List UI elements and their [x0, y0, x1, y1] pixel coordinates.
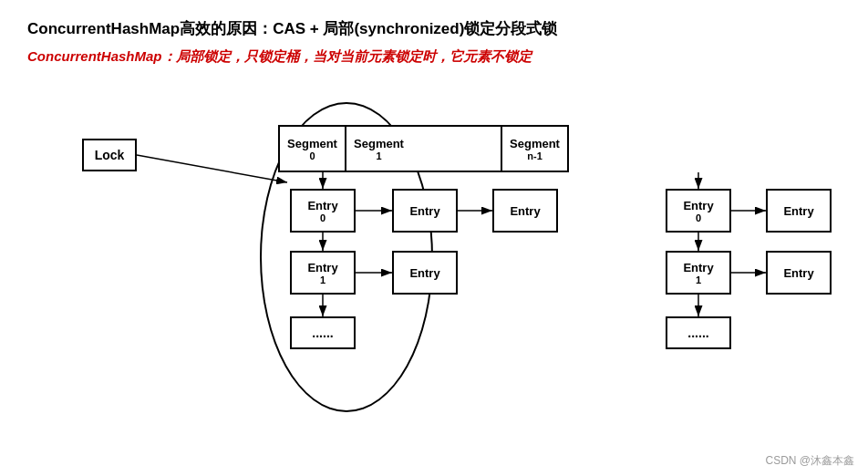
entry-col2-row1: Entry — [392, 189, 458, 233]
entry-col3-row1: Entry — [492, 189, 558, 233]
entry-col5-row1-label: Entry — [783, 204, 813, 218]
main-container: ConcurrentHashMap高效的原因：CAS + 局部(synchron… — [0, 0, 868, 476]
entry-col3-row1-label: Entry — [510, 204, 540, 218]
segment-0-sub: 0 — [309, 150, 315, 161]
dots-col1: ...... — [290, 316, 356, 349]
segment-0-label: Segment — [287, 137, 337, 150]
segment-n1-label: Segment — [510, 137, 560, 150]
entry-col5-row2-label: Entry — [783, 266, 813, 280]
entry-col1-row1-label: Entry — [307, 199, 337, 212]
entry-col4-row2-sub: 1 — [696, 274, 701, 285]
subtitle: ConcurrentHashMap：局部锁定，只锁定桶，当对当前元素锁定时，它元… — [27, 48, 841, 66]
page-title: ConcurrentHashMap高效的原因：CAS + 局部(synchron… — [27, 18, 841, 39]
entry-col4-row2-label: Entry — [683, 261, 713, 274]
svg-line-1 — [137, 155, 287, 182]
segment-0: Segment 0 — [278, 125, 346, 172]
entry-col4-row1-sub: 0 — [696, 212, 701, 223]
segment-1: Segment 1 — [345, 125, 413, 172]
entry-col4-row1-label: Entry — [683, 199, 713, 212]
lock-label: Lock — [95, 148, 125, 162]
dots-col1-label: ...... — [312, 326, 333, 340]
entry-col1-row2: Entry 1 — [290, 251, 356, 295]
entry-col1-row2-sub: 1 — [320, 274, 326, 285]
segment-1-sub: 1 — [376, 150, 381, 161]
entry-col1-row1: Entry 0 — [290, 189, 356, 233]
entry-col5-row2: Entry — [766, 251, 832, 295]
entry-col2-row2: Entry — [392, 251, 458, 295]
dots-col4: ...... — [666, 316, 731, 349]
watermark: CSDN @沐鑫本鑫 — [765, 453, 854, 469]
entry-col4-row2: Entry 1 — [666, 251, 731, 295]
diagram: Lock Segment 0 Segment 1 Segment n-1 Ent… — [27, 84, 848, 421]
segment-row: Segment 0 Segment 1 Segment n-1 — [278, 125, 567, 172]
entry-col2-row2-label: Entry — [409, 266, 439, 280]
entry-col5-row1: Entry — [766, 189, 832, 233]
segment-n1: Segment n-1 — [501, 125, 569, 172]
segment-1-label: Segment — [354, 137, 404, 150]
dots-col4-label: ...... — [687, 326, 708, 340]
entry-col1-row1-sub: 0 — [320, 212, 326, 223]
entry-col4-row1: Entry 0 — [666, 189, 731, 233]
segment-n1-sub: n-1 — [527, 150, 542, 161]
entry-col2-row1-label: Entry — [409, 204, 439, 218]
segment-gap — [411, 125, 502, 172]
entry-col1-row2-label: Entry — [307, 261, 337, 274]
lock-box: Lock — [82, 139, 137, 171]
